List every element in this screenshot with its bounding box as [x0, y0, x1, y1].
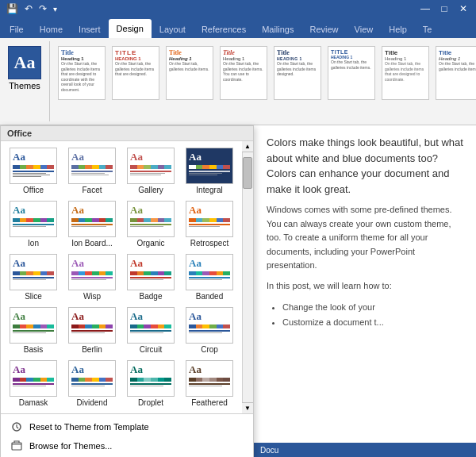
theme-item-integral[interactable]: Aa [180, 144, 239, 198]
theme-item-droplet[interactable]: Aa [121, 357, 180, 410]
theme-preview-crop: Aa [186, 307, 233, 344]
bullet-item-2: Customize a document t... [282, 315, 463, 331]
theme-preview-ion: Aa [10, 201, 57, 237]
ribbon-theme-5[interactable]: Title HEADING 1 On the Start tab, the ga… [271, 44, 324, 102]
theme-item-banded[interactable]: Aa [180, 251, 239, 304]
theme-name-office: Office [23, 186, 44, 194]
theme-item-ion[interactable]: Aa [4, 198, 63, 251]
tab-file[interactable]: File [2, 21, 32, 38]
theme-preview-office: Aa [10, 148, 57, 184]
theme-item-berlin[interactable]: Aa [63, 304, 121, 357]
theme-name-berlin: Berlin [82, 345, 102, 354]
undo-icon[interactable]: ↶ [25, 3, 33, 14]
theme-preview-badge: Aa [127, 254, 175, 290]
title-bar: 💾 ↶ ↷ ▾ — □ ✕ [0, 0, 476, 17]
bullet-list: Change the look of your Customize a docu… [282, 300, 463, 332]
theme-item-retrospect[interactable]: Aa [180, 198, 239, 251]
menu-item-browse-label: Browse for Themes... [29, 441, 112, 451]
themes-icon: Aa [8, 46, 41, 79]
panel-menu: Reset to Theme from Template Browse for … [1, 413, 253, 457]
theme-item-basis[interactable]: Aa [4, 304, 63, 357]
ribbon-theme-6[interactable]: TITLE HEADING 1 On the Start tab, the ga… [324, 44, 378, 102]
theme-preview-basis: Aa [10, 307, 57, 344]
scroll-down-btn[interactable]: ▼ [242, 402, 253, 413]
theme-preview-integral: Aa [186, 148, 233, 184]
quick-access-more[interactable]: ▾ [53, 5, 57, 13]
theme-name-ion: Ion [28, 239, 39, 248]
menu-item-reset[interactable]: Reset to Theme from Template [1, 417, 253, 436]
ribbon-theme-1[interactable]: Title Heading 1 On the Start tab, the ga… [55, 44, 109, 103]
browse-icon [10, 440, 23, 452]
theme-preview-banded: Aa [186, 254, 233, 290]
close-btn[interactable]: ✕ [457, 2, 470, 15]
content-heading: Colors make things look beautiful, but w… [267, 135, 463, 197]
tab-extra[interactable]: Te [415, 21, 440, 38]
theme-name-gallery: Gallery [138, 186, 163, 194]
theme-item-facet[interactable]: Aa [63, 144, 121, 198]
menu-item-browse[interactable]: Browse for Themes... [1, 436, 253, 455]
ribbon-theme-4[interactable]: Title Heading 1 On the Start tab, the ga… [217, 44, 271, 102]
minimize-btn[interactable]: — [419, 2, 432, 15]
theme-preview-slice: Aa [10, 254, 57, 290]
svg-rect-1 [12, 443, 21, 450]
theme-item-office[interactable]: Aa [4, 144, 63, 198]
ribbon-theme-3[interactable]: Title Heading 1 On the Start tab, galler… [163, 44, 217, 102]
tab-insert[interactable]: Insert [71, 21, 109, 38]
theme-preview-droplet: Aa [127, 360, 175, 397]
tab-view[interactable]: View [347, 21, 382, 38]
save-icon[interactable]: 💾 [6, 3, 18, 14]
content-para-2: In this post, we will learn how to: [267, 279, 463, 294]
theme-name-feathered: Feathered [191, 398, 228, 407]
theme-preview-feathered: Aa [186, 360, 233, 397]
scroll-track[interactable]: ▲ ▼ [242, 141, 253, 413]
ribbon-theme-7[interactable]: Title Heading 1 On the Start tab, the ga… [378, 44, 432, 102]
theme-item-badge[interactable]: Aa [121, 251, 180, 304]
scroll-thumb[interactable] [243, 157, 252, 189]
tab-help[interactable]: Help [381, 21, 415, 38]
theme-item-dividend[interactable]: Aa [63, 357, 121, 410]
theme-item-circuit[interactable]: Aa [121, 304, 180, 357]
theme-item-ionboard[interactable]: Aa [63, 198, 121, 251]
theme-item-slice[interactable]: Aa [4, 251, 63, 304]
theme-name-organic: Organic [136, 239, 164, 248]
tab-review[interactable]: Review [302, 21, 347, 38]
theme-item-organic[interactable]: Aa [121, 198, 180, 251]
theme-name-facet: Facet [82, 186, 102, 194]
theme-name-wisp: Wisp [83, 292, 101, 301]
theme-name-crop: Crop [201, 345, 218, 354]
panel-scroll-container: Aa [1, 141, 253, 413]
ribbon-tabs: File Home Insert Design Layout Reference… [0, 17, 476, 38]
tab-home[interactable]: Home [32, 21, 71, 38]
tab-mailings[interactable]: Mailings [254, 21, 301, 38]
status-text: Docu [260, 446, 278, 455]
redo-icon[interactable]: ↷ [39, 3, 47, 14]
theme-preview-wisp: Aa [68, 254, 116, 290]
theme-name-retrospect: Retrospect [190, 239, 228, 248]
theme-preview-gallery: Aa [127, 148, 175, 184]
themes-dropdown-panel: Office Aa [0, 125, 254, 457]
theme-item-feathered[interactable]: Aa [180, 357, 239, 410]
theme-preview-facet: Aa [68, 148, 116, 184]
tab-references[interactable]: References [194, 21, 254, 38]
theme-preview-retrospect: Aa [186, 201, 233, 237]
tab-design[interactable]: Design [109, 19, 152, 38]
themes-button[interactable]: Aa Themes [6, 44, 43, 92]
reset-icon [10, 421, 23, 433]
scroll-up-btn[interactable]: ▲ [242, 141, 253, 152]
theme-item-gallery[interactable]: Aa [121, 144, 180, 198]
tab-layout[interactable]: Layout [152, 21, 194, 38]
bullet-item-1: Change the look of your [282, 300, 463, 316]
theme-item-damask[interactable]: Aa [4, 357, 63, 410]
status-bar: Docu [254, 443, 476, 457]
ribbon-theme-8[interactable]: Title Heading 1 On the Start tab, the ga… [432, 44, 476, 102]
theme-name-damask: Damask [19, 398, 48, 407]
theme-item-wisp[interactable]: Aa [63, 251, 121, 304]
theme-preview-dividend: Aa [68, 360, 116, 397]
maximize-btn[interactable]: □ [438, 2, 451, 15]
theme-preview-berlin: Aa [68, 307, 116, 344]
ribbon-theme-2[interactable]: TITLE HEADING 1 On the Start tab, the ga… [109, 44, 163, 102]
content-para-1: Windows comes with some pre-defined them… [267, 203, 463, 273]
ribbon-content: Aa Themes Title Heading 1 On the Start t… [0, 38, 476, 125]
theme-item-crop[interactable]: Aa [180, 304, 239, 357]
themes-section: Aa Themes [0, 41, 50, 121]
